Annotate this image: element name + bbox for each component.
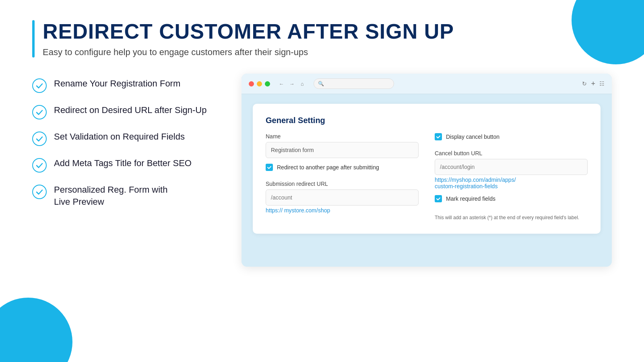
check-circle-icon-5: [32, 185, 47, 199]
name-label: Name: [266, 133, 419, 140]
name-field-group: Name: [266, 133, 419, 158]
display-cancel-checkbox-row: Display cancel button: [435, 133, 588, 140]
browser-search-bar[interactable]: 🔍: [314, 78, 394, 89]
redirect-url-field-group: Submission redirect URL https:// mystore…: [266, 181, 419, 214]
svg-point-3: [33, 158, 46, 172]
check-circle-icon: [32, 78, 47, 93]
display-cancel-label: Display cancel button: [446, 134, 500, 140]
check-circle-icon-4: [32, 158, 47, 173]
feature-text-rename: Rename Your Registration Form: [54, 78, 180, 90]
svg-point-0: [33, 79, 46, 93]
home-icon[interactable]: ⌂: [298, 80, 306, 88]
feature-text-metatags: Add Meta Tags Title for Better SEO: [54, 157, 192, 169]
refresh-icon[interactable]: ↻: [582, 80, 587, 87]
feature-text-validation: Set Validation on Required Fields: [54, 131, 185, 143]
card-title: General Setting: [266, 116, 588, 125]
grid-icon[interactable]: ☷: [599, 80, 605, 87]
mark-required-hint: This will add an asterisk (*) at the end…: [435, 214, 588, 221]
dot-yellow[interactable]: [257, 81, 262, 86]
search-icon: 🔍: [318, 81, 324, 86]
card-grid: Name Redirect to another page after subm…: [266, 133, 588, 221]
body-section: Rename Your Registration Form Redirect o…: [32, 74, 612, 342]
header-text-block: REDIRECT CUSTOMER AFTER SIGN UP Easy to …: [43, 20, 454, 58]
plus-icon[interactable]: +: [591, 80, 595, 88]
feature-item-personalized: Personalized Reg. Form withLive Preview: [32, 184, 217, 208]
redirect-checkbox[interactable]: [266, 164, 273, 171]
feature-text-personalized: Personalized Reg. Form withLive Preview: [54, 184, 167, 208]
back-icon[interactable]: ←: [277, 80, 285, 88]
mark-required-checkbox-row: Mark required fields: [435, 195, 588, 202]
redirect-url-input[interactable]: [266, 189, 419, 206]
admin-link[interactable]: https://myshop.com/admin/apps/custom-reg…: [435, 177, 588, 189]
browser-toolbar: ← → ⌂ 🔍 ↻ + ☷: [242, 74, 612, 94]
svg-point-2: [33, 132, 46, 146]
redirect-url-label: Submission redirect URL: [266, 181, 419, 187]
feature-item-validation: Set Validation on Required Fields: [32, 131, 217, 146]
svg-point-4: [33, 185, 46, 199]
header-section: REDIRECT CUSTOMER AFTER SIGN UP Easy to …: [32, 20, 612, 58]
cancel-url-label: Cancel button URL: [435, 150, 588, 156]
cancel-url-input[interactable]: [435, 159, 588, 175]
forward-icon[interactable]: →: [288, 80, 296, 88]
browser-dots: [249, 81, 270, 86]
right-column: Display cancel button Cancel button URL …: [435, 133, 588, 221]
mark-required-checkbox[interactable]: [435, 195, 442, 202]
page-title: REDIRECT CUSTOMER AFTER SIGN UP: [43, 20, 454, 43]
page-subtitle: Easy to configure help you to engage cus…: [43, 47, 454, 58]
redirect-url-link[interactable]: https:// mystore.com/shop: [266, 207, 419, 214]
check-circle-icon-2: [32, 105, 47, 119]
dot-green[interactable]: [265, 81, 270, 86]
display-cancel-checkbox[interactable]: [435, 133, 442, 140]
left-column: Name Redirect to another page after subm…: [266, 133, 419, 221]
header-accent-bar: [32, 20, 35, 58]
redirect-checkbox-label: Redirect to another page after submittin…: [277, 164, 379, 171]
svg-point-1: [33, 105, 46, 119]
name-input[interactable]: [266, 142, 419, 158]
browser-nav-icons: ← → ⌂: [277, 80, 306, 88]
feature-item-rename: Rename Your Registration Form: [32, 78, 217, 93]
feature-item-redirect: Redirect on Desired URL after Sign-Up: [32, 104, 217, 119]
browser-body: General Setting Name: [242, 94, 612, 267]
general-setting-card: General Setting Name: [253, 104, 601, 233]
dot-red[interactable]: [249, 81, 254, 86]
browser-mockup: ← → ⌂ 🔍 ↻ + ☷ General S: [242, 74, 612, 267]
redirect-checkbox-row: Redirect to another page after submittin…: [266, 164, 419, 171]
check-circle-icon-3: [32, 132, 47, 146]
cancel-url-field-group: Cancel button URL https://myshop.com/adm…: [435, 150, 588, 189]
mark-required-label: Mark required fields: [446, 195, 495, 202]
browser-action-icons: + ☷: [591, 80, 605, 88]
feature-item-metatags: Add Meta Tags Title for Better SEO: [32, 157, 217, 173]
features-list: Rename Your Registration Form Redirect o…: [32, 74, 217, 208]
feature-text-redirect: Redirect on Desired URL after Sign-Up: [54, 104, 206, 116]
